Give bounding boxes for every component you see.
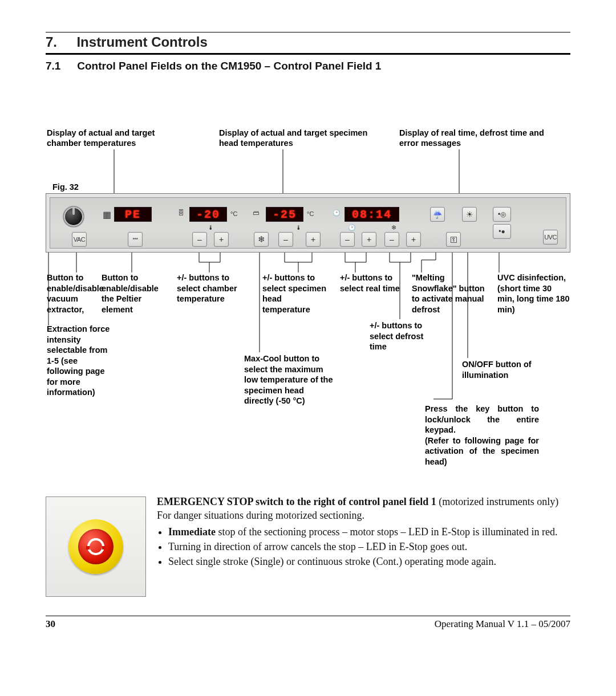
estop-bullet-3: Select single stroke (Single) or continu… [168, 555, 570, 568]
callout-peltier: Button to enable/disable the Peltier ele… [102, 272, 170, 315]
minus-label-4: – [390, 235, 394, 244]
callout-vac-extra: Extraction force intensity selectable fr… [47, 324, 115, 398]
light-icon: ☀ [466, 210, 473, 219]
control-panel: VAC ▦ PE *** 🗄 -20 °C 🌡 – + [46, 193, 570, 253]
figure-label: Fig. 32 [52, 182, 79, 192]
callout-vac: Button to enable/disable vacuum extracto… [47, 272, 99, 315]
extraction-dial[interactable] [63, 206, 84, 227]
plus-label-2: + [311, 235, 315, 244]
thermometer-icon-1: 🌡 [208, 224, 214, 231]
thermometer-icon-2: 🌡 [295, 224, 302, 231]
defrost-plus-button[interactable]: + [406, 232, 421, 247]
chamber-plus-button[interactable]: + [214, 232, 229, 247]
dot-icon-a: •◎ [498, 210, 506, 218]
page-footer: 30 Operating Manual V 1.1 – 05/2007 [46, 616, 570, 630]
callout-realtime: Display of real time, defrost time and e… [399, 128, 553, 148]
uvc-button[interactable]: UVC [543, 230, 558, 245]
callout-onoff: ON/OFF button of illumination [462, 359, 548, 380]
callout-uvc: UVC disinfection, (short time 30 min, lo… [497, 272, 570, 315]
subsection-title: Control Panel Fields on the CM1950 – Con… [77, 60, 381, 72]
plus-label-4: + [411, 235, 416, 244]
realtime-minus-button[interactable]: – [340, 232, 355, 247]
record-a-button[interactable]: •◎ [493, 207, 511, 222]
emergency-stop-text: EMERGENCY STOP switch to the right of co… [157, 495, 570, 569]
callout-realtime-pm: +/- buttons to select real time [340, 272, 403, 294]
emergency-stop-outer [68, 519, 123, 574]
minus-label-3: – [345, 235, 350, 244]
key-icon: ⚿ [450, 235, 457, 244]
melting-snowflake-icon: ☔ [433, 210, 442, 219]
section-header: 7. Instrument Controls [46, 32, 570, 55]
realtime-plus-button[interactable]: + [362, 232, 376, 247]
specimen-temp-display: -20 [189, 207, 227, 222]
section-number: 7. [46, 34, 74, 50]
callout-specimen-temp: Display of actual and target specimen he… [219, 128, 384, 148]
chamber-icon: ▦ [103, 209, 111, 220]
defrost-small-icon: ❄ [391, 224, 396, 231]
vac-button[interactable]: VAC [72, 232, 87, 247]
uvc-button-label: UVC [544, 234, 557, 241]
peltier-button[interactable]: *** [128, 232, 143, 247]
section-title: Instrument Controls [76, 34, 207, 50]
minus-label-1: – [197, 235, 202, 244]
time-display: 08:14 [345, 207, 399, 222]
chamber-minus-button[interactable]: – [192, 232, 207, 247]
subsection-header: 7.1 Control Panel Fields on the CM1950 –… [46, 60, 570, 72]
chamber-temp-display: PE [114, 207, 152, 222]
snowflake-icon: ❄ [258, 234, 265, 245]
callout-specimen-pm: +/- buttons to select specimen head temp… [262, 272, 331, 315]
callout-chamber-pm: +/- buttons to select chamber temperatur… [177, 272, 245, 304]
estop-bullet1-bold: Immediate [168, 526, 216, 538]
estop-line2: For danger situations during motorized s… [157, 508, 570, 522]
deg-c-2: °C [307, 210, 314, 217]
clock-icon: 🕑 [333, 209, 341, 217]
head-temp-display: -25 [266, 207, 303, 222]
estop-title-bold: EMERGENCY STOP switch to the right of co… [157, 496, 436, 507]
melting-snowflake-button[interactable]: ☔ [430, 207, 445, 222]
key-lock-button[interactable]: ⚿ [446, 232, 461, 247]
specimen-minus-button[interactable]: – [278, 232, 293, 247]
illumination-button[interactable]: ☀ [462, 207, 477, 222]
deg-c-1: °C [230, 210, 237, 217]
specimen-icon: 🗄 [178, 209, 184, 216]
plus-label-3: + [367, 235, 371, 244]
defrost-minus-button[interactable]: – [384, 232, 399, 247]
callout-maxcool: Max-Cool button to select the maximum lo… [244, 353, 335, 406]
peltier-button-label: *** [132, 237, 137, 242]
subsection-number: 7.1 [46, 60, 74, 72]
clock-small-icon: 🕑 [348, 224, 356, 231]
callout-key: Press the key button to lock/unlock the … [425, 404, 539, 467]
head-icon: 🗃 [253, 209, 259, 216]
callout-melting: "Melting Snowflake" button to activate m… [412, 272, 486, 315]
estop-bullet1-rest: stop of the sectioning process – motor s… [216, 526, 557, 538]
emergency-stop-button[interactable] [78, 529, 114, 564]
emergency-stop-figure [46, 496, 146, 597]
estop-bullet-1: Immediate stop of the sectioning process… [168, 525, 570, 539]
plus-label-1: + [219, 235, 224, 244]
page-number: 30 [46, 618, 55, 630]
specimen-plus-button[interactable]: + [306, 232, 321, 247]
vac-button-label: VAC [74, 236, 85, 243]
footer-right: Operating Manual V 1.1 – 05/2007 [435, 618, 570, 630]
record-b-button[interactable]: •● [493, 224, 511, 239]
dot-icon-b: •● [499, 227, 505, 235]
callout-defrost-pm: +/- buttons to select defrost time [370, 320, 438, 352]
minus-label-2: – [283, 235, 288, 244]
estop-bullet-2: Turning in direction of arrow cancels th… [168, 540, 570, 553]
emergency-stop-arrow-ring [87, 538, 104, 555]
maxcool-button[interactable]: ❄ [254, 232, 269, 247]
estop-title-rest: (motorized instruments only) [436, 496, 558, 507]
callout-chamber-temp: Display of actual and target chamber tem… [47, 128, 189, 148]
